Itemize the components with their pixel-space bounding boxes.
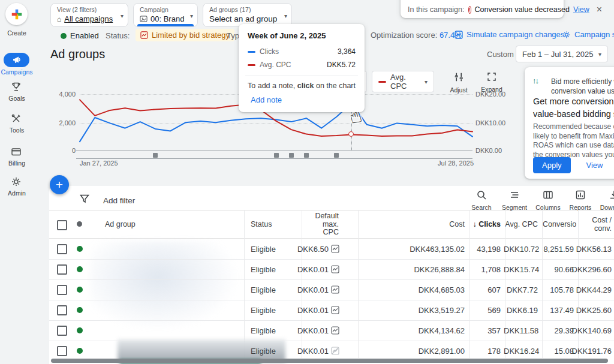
google-ads-plus-icon — [10, 8, 23, 21]
row-checkbox[interactable] — [57, 244, 67, 254]
chart-note-marker[interactable] — [304, 153, 309, 158]
cell-clicks: 569 — [465, 306, 501, 315]
search-icon — [476, 189, 487, 200]
close-icon[interactable]: × — [597, 7, 602, 13]
table-segment-button[interactable]: Segment — [496, 189, 532, 211]
row-checkbox[interactable] — [57, 305, 67, 315]
column-header-cost[interactable]: Cost — [369, 220, 465, 228]
cell-status: Eligible — [251, 285, 276, 294]
column-header-avg-cpc[interactable]: Avg. CPC — [504, 220, 538, 228]
recommendation-kicker: Bid more efficiently with M conversion v… — [551, 77, 614, 96]
row-status-dot[interactable] — [77, 307, 83, 313]
row-divider — [49, 341, 614, 341]
column-header-cost-per-conv[interactable]: Cost / conv. — [570, 216, 612, 233]
notes-track-line — [76, 158, 472, 159]
header-top-border — [49, 210, 614, 210]
y-left-tick-2000: 2,000 — [55, 119, 76, 127]
sidebar-item-label: Campaigns — [0, 68, 41, 76]
row-checkbox[interactable] — [57, 326, 67, 336]
sidebar-item-campaigns[interactable]: Campaigns — [0, 53, 48, 77]
x-axis-start-label: Jan 27, 2025 — [80, 160, 118, 167]
cell-cost: DKK3,519.27 — [369, 306, 465, 315]
megaphone-icon — [12, 55, 22, 65]
chart-note-marker[interactable] — [289, 153, 294, 158]
alert-icon: ! — [468, 6, 471, 14]
filter-funnel-icon[interactable] — [79, 193, 90, 204]
column-header-ad-group[interactable]: Ad group — [105, 220, 136, 228]
table-download-button[interactable]: Download — [596, 189, 614, 211]
bid-strategy-chart-icon — [331, 326, 339, 335]
chevron-down-icon: ▾ — [121, 13, 124, 19]
column-divider — [358, 210, 359, 358]
cell-avg-cpc: DKK15.74 — [504, 265, 538, 274]
column-divider — [578, 210, 579, 358]
date-range-value: Feb 1 – Jul 31, 2025 — [522, 50, 594, 59]
recommendation-heading: Get more conversion value a value-based … — [533, 95, 614, 121]
cell-max-cpc[interactable]: DKK0.01 — [276, 265, 329, 274]
column-header-status[interactable]: Status — [251, 220, 272, 228]
table-reports-button[interactable]: Reports — [562, 189, 598, 211]
enabled-status-text: Enabled — [70, 31, 99, 40]
chart-tooltip: Week of June 2, 2025 Clicks 3,364 Avg. C… — [239, 24, 365, 112]
notification-view-link[interactable]: View — [573, 5, 589, 14]
page-title: Ad groups — [50, 47, 105, 61]
row-status-dot[interactable] — [77, 348, 83, 354]
date-range-picker[interactable]: Feb 1 – Jul 31, 2025 ▾ — [516, 46, 608, 62]
sidebar-item-admin[interactable]: Admin — [0, 176, 48, 199]
cell-max-cpc[interactable]: DKK6.50 — [276, 245, 329, 254]
tooltip-row-clicks: Clicks 3,364 — [248, 47, 356, 56]
add-filter-button[interactable]: Add filter — [103, 196, 135, 205]
tooltip-cpc-label: Avg. CPC — [260, 61, 323, 69]
create-button[interactable] — [5, 3, 28, 25]
table-columns-button[interactable]: Columns — [530, 189, 566, 211]
add-fab-button[interactable]: + — [50, 175, 69, 194]
cell-max-cpc[interactable]: DKK0.01 — [276, 326, 329, 335]
view-link[interactable]: View — [586, 161, 603, 170]
cell-max-cpc[interactable]: DKK0.01 — [276, 306, 329, 315]
cell-status: Eligible — [251, 347, 276, 356]
chart-note-marker[interactable] — [153, 153, 158, 158]
cell-avg-cpc: DKK10.72 — [504, 245, 538, 254]
horizontal-scrollbar[interactable] — [51, 359, 608, 363]
header-checkbox[interactable] — [57, 220, 67, 230]
column-header-clicks[interactable]: ↓ Clicks — [465, 220, 501, 228]
column-divider — [244, 210, 245, 358]
column-header-max-cpc[interactable]: Default max. CPC — [288, 212, 339, 237]
segment-icon — [509, 189, 520, 200]
ad-group-selector-chip[interactable]: Ad groups (17) Select an ad group ▾ — [203, 3, 292, 27]
campaign-settings-button[interactable]: Campaign settings — [562, 30, 614, 39]
campaign-chip[interactable]: Campaign 00: Brand ▾ — [133, 3, 198, 27]
view-filter-chip[interactable]: View (2 filters) ⌂ All campaigns ▾ — [50, 3, 128, 27]
home-icon: ⌂ — [57, 15, 61, 23]
cell-conversions: 105.78 — [537, 285, 574, 294]
cell-conversions: 137.49 — [537, 306, 574, 315]
header-status-dot[interactable] — [77, 221, 82, 227]
row-status-dot[interactable] — [77, 287, 83, 293]
add-note-link[interactable]: Add note — [251, 95, 356, 104]
row-status-dot[interactable] — [77, 246, 83, 252]
row-status-dot[interactable] — [77, 327, 83, 333]
simulate-campaign-changes-button[interactable]: Simulate campaign changes — [455, 30, 564, 39]
cell-max-cpc[interactable]: DKK0.01 — [276, 347, 329, 356]
cell-cost-per-conv: DKK140.69 — [570, 326, 612, 335]
row-status-dot[interactable] — [77, 266, 83, 272]
settings-gear-icon — [562, 31, 571, 39]
table-search-button[interactable]: Search — [463, 189, 499, 211]
simulate-chart-icon — [455, 31, 463, 39]
chart-note-marker[interactable] — [334, 153, 339, 158]
column-divider — [542, 210, 543, 358]
bid-strategy-chart-icon — [140, 31, 148, 39]
columns-icon — [543, 189, 553, 200]
cell-cost-per-conv: DKK296.60 — [570, 265, 612, 274]
bid-strategy-chart-icon — [331, 245, 339, 253]
row-divider — [49, 320, 614, 321]
limited-bid-strategy-badge[interactable]: Limited by bid strategy — [136, 29, 234, 41]
apply-button[interactable]: Apply — [533, 157, 571, 173]
simulate-label: Simulate campaign changes — [466, 30, 564, 39]
chart-note-marker[interactable] — [274, 153, 279, 158]
row-checkbox[interactable] — [57, 264, 67, 275]
row-checkbox[interactable] — [57, 346, 67, 356]
cell-avg-cpc: DKK11.58 — [504, 326, 538, 335]
cell-max-cpc[interactable]: DKK0.01 — [276, 285, 329, 294]
row-checkbox[interactable] — [57, 285, 67, 295]
